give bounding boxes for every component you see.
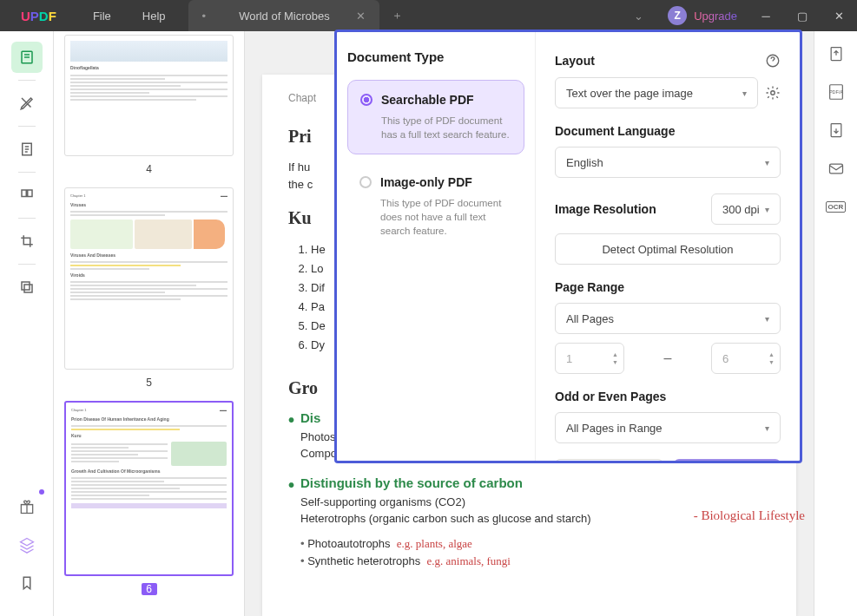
upgrade-button[interactable]: Z Upgrade	[657, 6, 748, 25]
chevron-down-icon: ▾	[742, 88, 747, 98]
layout-select[interactable]: Text over the page image▾	[555, 77, 758, 108]
svg-point-19	[771, 91, 775, 95]
user-avatar-icon: Z	[668, 6, 687, 25]
edit-tool-icon[interactable]	[11, 134, 43, 165]
chevron-down-icon: ▾	[765, 314, 769, 324]
doc-type-image-only-option[interactable]: Image-only PDF This type of PDF document…	[347, 163, 524, 250]
chevron-down-icon[interactable]: ⌄	[620, 10, 657, 23]
range-separator: –	[635, 351, 701, 366]
tab-document[interactable]: • World of Microbes ✕	[188, 0, 379, 31]
doc-small-bullet: Photoautotrophs e.g. plants, algae	[300, 537, 770, 551]
option-title: Searchable PDF	[381, 93, 511, 107]
page-thumbnail[interactable]: Dinoflagellata	[64, 35, 234, 156]
email-icon[interactable]	[826, 158, 847, 179]
new-tab-button[interactable]: ＋	[379, 8, 415, 23]
layers-icon[interactable]	[11, 529, 43, 560]
titlebar: UPDF File Help • World of Microbes ✕ ＋ ⌄…	[0, 0, 857, 31]
page-thumbnail-selected[interactable]: Chapter 1▬▬ Prion Disease Of Human Inher…	[64, 401, 234, 576]
dialog-title: Document Type	[347, 49, 524, 64]
chevron-down-icon: ▾	[765, 423, 769, 433]
perform-ocr-button[interactable]: Perform OCR	[674, 459, 781, 461]
minimize-button[interactable]: ─	[748, 0, 784, 31]
doc-subtext: Self-supporting organisms (CO2)	[300, 495, 770, 508]
cancel-button[interactable]: Cancel	[555, 459, 663, 461]
svg-rect-7	[22, 190, 26, 197]
close-icon[interactable]: ✕	[356, 10, 366, 23]
tab-indicator-icon: •	[202, 10, 207, 23]
handwritten-side-note: - Biological Lifestyle	[694, 508, 805, 523]
pdf-convert-icon[interactable]: PDF/A	[826, 82, 847, 102]
option-description: This type of PDF document has a full tex…	[381, 114, 511, 141]
gift-icon[interactable]	[11, 491, 43, 522]
page-range-select[interactable]: All Pages▾	[555, 303, 781, 334]
chevron-down-icon: ▾	[765, 158, 769, 167]
dialog-left-panel: Document Type Searchable PDF This type o…	[337, 32, 535, 461]
page-number: 5	[64, 377, 234, 389]
tab-title: World of Microbes	[239, 10, 330, 23]
language-label: Document Language	[555, 124, 781, 138]
svg-rect-10	[24, 285, 32, 292]
stepper-arrows-icon[interactable]: ▲▼	[768, 351, 775, 365]
odd-even-select[interactable]: All Pages in Range▾	[555, 412, 781, 443]
svg-rect-8	[27, 190, 31, 197]
radio-icon	[359, 176, 372, 188]
stepper-arrows-icon[interactable]: ▲▼	[612, 351, 618, 365]
page-from-stepper[interactable]: 1 ▲▼	[555, 343, 624, 374]
doc-type-searchable-option[interactable]: Searchable PDF This type of PDF document…	[347, 80, 524, 154]
organize-tool-icon[interactable]	[11, 180, 43, 211]
doc-small-bullet: Synthetic heterotrophs e.g. animals, fun…	[300, 554, 770, 568]
option-description: This type of PDF document does not have …	[380, 196, 512, 238]
thumbnails-panel: Dinoflagellata 4 Chapter 1▬▬ Viruses Vir…	[54, 31, 245, 616]
page-number-selected: 6	[142, 583, 157, 595]
menu-file[interactable]: File	[77, 10, 127, 23]
handwritten-note: e.g. animals, fungi	[426, 554, 510, 567]
dialog-right-panel: Layout Text over the page image▾ Documen…	[535, 32, 800, 461]
page-range-label: Page Range	[555, 280, 781, 294]
maximize-button[interactable]: ▢	[784, 0, 821, 31]
app-logo: UPDF	[0, 9, 77, 23]
menu-help[interactable]: Help	[127, 10, 181, 23]
crop-tool-icon[interactable]	[11, 226, 43, 257]
resolution-label: Image Resolution	[555, 202, 656, 216]
export-icon[interactable]	[826, 43, 847, 64]
odd-even-label: Odd or Even Pages	[555, 390, 781, 403]
reader-tool-icon[interactable]	[11, 42, 43, 73]
svg-text:PDF/A: PDF/A	[828, 89, 843, 95]
detect-resolution-button[interactable]: Detect Optimal Resolution	[555, 233, 781, 265]
layout-label: Layout	[555, 54, 595, 68]
svg-rect-9	[22, 282, 30, 290]
resolution-select[interactable]: 300 dpi▾	[711, 193, 781, 225]
svg-rect-17	[829, 164, 842, 174]
gear-icon[interactable]	[765, 85, 781, 101]
page-to-stepper[interactable]: 6 ▲▼	[711, 343, 781, 374]
upgrade-label: Upgrade	[694, 10, 737, 23]
ocr-dialog: Document Type Searchable PDF This type o…	[334, 29, 802, 463]
page-thumbnail[interactable]: Chapter 1▬▬ Viruses Viruses And Diseases…	[64, 187, 234, 370]
option-title: Image-only PDF	[380, 175, 512, 189]
redact-tool-icon[interactable]	[11, 272, 43, 303]
ocr-icon[interactable]: OCR	[826, 196, 847, 217]
bookmark-icon[interactable]	[11, 567, 43, 599]
doc-bullet: Distinguish by the source of carbon	[300, 475, 770, 490]
left-toolbar	[0, 31, 54, 616]
comment-tool-icon[interactable]	[11, 88, 43, 119]
right-toolbar: PDF/A OCR	[814, 31, 857, 616]
help-icon[interactable]	[765, 53, 781, 69]
page-number: 4	[64, 163, 234, 175]
close-button[interactable]: ✕	[821, 0, 857, 31]
chevron-down-icon: ▾	[765, 205, 769, 214]
language-select[interactable]: English▾	[555, 147, 781, 178]
radio-icon	[360, 94, 372, 106]
handwritten-note: e.g. plants, algae	[397, 537, 472, 550]
save-as-icon[interactable]	[826, 120, 847, 141]
